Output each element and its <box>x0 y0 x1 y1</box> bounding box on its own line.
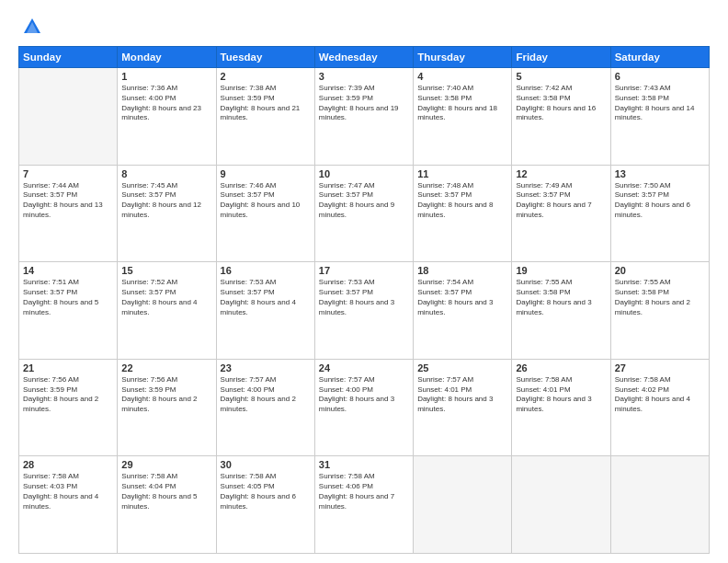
calendar-cell: 29Sunrise: 7:58 AMSunset: 4:04 PMDayligh… <box>118 456 216 554</box>
calendar-cell: 17Sunrise: 7:53 AMSunset: 3:57 PMDayligh… <box>314 262 413 360</box>
cell-info: Sunrise: 7:46 AMSunset: 3:57 PMDaylight:… <box>221 181 311 221</box>
day-number: 30 <box>221 459 311 470</box>
day-number: 26 <box>516 362 606 373</box>
day-number: 28 <box>23 459 113 470</box>
cell-info: Sunrise: 7:58 AMSunset: 4:01 PMDaylight:… <box>516 375 606 415</box>
weekday-header-row: SundayMondayTuesdayWednesdayThursdayFrid… <box>19 47 710 68</box>
day-number: 9 <box>221 168 311 179</box>
weekday-header-sunday: Sunday <box>19 47 118 68</box>
cell-info: Sunrise: 7:55 AMSunset: 3:58 PMDaylight:… <box>615 278 705 317</box>
cell-info: Sunrise: 7:57 AMSunset: 4:00 PMDaylight:… <box>221 375 311 415</box>
day-number: 3 <box>319 71 409 82</box>
cell-info: Sunrise: 7:50 AMSunset: 3:57 PMDaylight:… <box>615 181 705 221</box>
calendar-cell <box>19 68 118 166</box>
cell-info: Sunrise: 7:52 AMSunset: 3:57 PMDaylight:… <box>121 278 211 317</box>
cell-info: Sunrise: 7:55 AMSunset: 3:58 PMDaylight:… <box>516 278 606 317</box>
cell-info: Sunrise: 7:54 AMSunset: 3:57 PMDaylight:… <box>417 278 507 317</box>
cell-info: Sunrise: 7:39 AMSunset: 3:59 PMDaylight:… <box>319 84 409 123</box>
calendar-cell <box>414 456 512 554</box>
cell-info: Sunrise: 7:57 AMSunset: 4:00 PMDaylight:… <box>319 375 409 415</box>
calendar-cell: 30Sunrise: 7:58 AMSunset: 4:05 PMDayligh… <box>216 456 314 554</box>
day-number: 16 <box>221 265 311 276</box>
cell-info: Sunrise: 7:58 AMSunset: 4:05 PMDaylight:… <box>221 472 311 511</box>
calendar-cell: 5Sunrise: 7:42 AMSunset: 3:58 PMDaylight… <box>512 68 610 166</box>
calendar-cell: 20Sunrise: 7:55 AMSunset: 3:58 PMDayligh… <box>610 262 709 360</box>
cell-info: Sunrise: 7:58 AMSunset: 4:03 PMDaylight:… <box>23 472 113 511</box>
week-row-3: 14Sunrise: 7:51 AMSunset: 3:57 PMDayligh… <box>19 262 710 360</box>
weekday-header-saturday: Saturday <box>610 47 709 68</box>
calendar-cell: 7Sunrise: 7:44 AMSunset: 3:57 PMDaylight… <box>19 165 118 262</box>
calendar-cell: 2Sunrise: 7:38 AMSunset: 3:59 PMDaylight… <box>216 68 314 166</box>
day-number: 6 <box>615 71 705 82</box>
week-row-4: 21Sunrise: 7:56 AMSunset: 3:59 PMDayligh… <box>19 359 710 456</box>
calendar-cell: 15Sunrise: 7:52 AMSunset: 3:57 PMDayligh… <box>118 262 216 360</box>
page: SundayMondayTuesdayWednesdayThursdayFrid… <box>0 0 728 563</box>
calendar-cell: 27Sunrise: 7:58 AMSunset: 4:02 PMDayligh… <box>610 359 709 456</box>
calendar-cell: 16Sunrise: 7:53 AMSunset: 3:57 PMDayligh… <box>216 262 314 360</box>
calendar-cell: 26Sunrise: 7:58 AMSunset: 4:01 PMDayligh… <box>512 359 610 456</box>
calendar-cell: 14Sunrise: 7:51 AMSunset: 3:57 PMDayligh… <box>19 262 118 360</box>
cell-info: Sunrise: 7:58 AMSunset: 4:02 PMDaylight:… <box>615 375 705 415</box>
calendar-cell: 11Sunrise: 7:48 AMSunset: 3:57 PMDayligh… <box>414 165 512 262</box>
calendar-cell: 12Sunrise: 7:49 AMSunset: 3:57 PMDayligh… <box>512 165 610 262</box>
weekday-header-friday: Friday <box>512 47 610 68</box>
day-number: 2 <box>221 71 311 82</box>
week-row-5: 28Sunrise: 7:58 AMSunset: 4:03 PMDayligh… <box>19 456 710 554</box>
day-number: 24 <box>319 362 409 373</box>
day-number: 5 <box>516 71 606 82</box>
cell-info: Sunrise: 7:36 AMSunset: 4:00 PMDaylight:… <box>121 84 211 123</box>
cell-info: Sunrise: 7:56 AMSunset: 3:59 PMDaylight:… <box>121 375 211 415</box>
calendar-cell: 23Sunrise: 7:57 AMSunset: 4:00 PMDayligh… <box>216 359 314 456</box>
week-row-2: 7Sunrise: 7:44 AMSunset: 3:57 PMDaylight… <box>19 165 710 262</box>
weekday-header-monday: Monday <box>118 47 216 68</box>
calendar-cell: 10Sunrise: 7:47 AMSunset: 3:57 PMDayligh… <box>314 165 413 262</box>
cell-info: Sunrise: 7:38 AMSunset: 3:59 PMDaylight:… <box>221 84 311 123</box>
calendar-cell <box>512 456 610 554</box>
calendar-cell <box>610 456 709 554</box>
weekday-header-tuesday: Tuesday <box>216 47 314 68</box>
calendar-cell: 13Sunrise: 7:50 AMSunset: 3:57 PMDayligh… <box>610 165 709 262</box>
day-number: 11 <box>417 168 507 179</box>
calendar-cell: 18Sunrise: 7:54 AMSunset: 3:57 PMDayligh… <box>414 262 512 360</box>
cell-info: Sunrise: 7:45 AMSunset: 3:57 PMDaylight:… <box>121 181 211 221</box>
logo-icon <box>22 17 42 37</box>
day-number: 12 <box>516 168 606 179</box>
day-number: 22 <box>121 362 211 373</box>
day-number: 4 <box>417 71 507 82</box>
cell-info: Sunrise: 7:43 AMSunset: 3:58 PMDaylight:… <box>615 84 705 123</box>
day-number: 29 <box>121 459 211 470</box>
day-number: 25 <box>417 362 507 373</box>
calendar-cell: 9Sunrise: 7:46 AMSunset: 3:57 PMDaylight… <box>216 165 314 262</box>
calendar-cell: 8Sunrise: 7:45 AMSunset: 3:57 PMDaylight… <box>118 165 216 262</box>
calendar-cell: 4Sunrise: 7:40 AMSunset: 3:58 PMDaylight… <box>414 68 512 166</box>
day-number: 17 <box>319 265 409 276</box>
calendar-cell: 31Sunrise: 7:58 AMSunset: 4:06 PMDayligh… <box>314 456 413 554</box>
header <box>18 17 710 37</box>
cell-info: Sunrise: 7:57 AMSunset: 4:01 PMDaylight:… <box>417 375 507 415</box>
day-number: 23 <box>221 362 311 373</box>
day-number: 15 <box>121 265 211 276</box>
cell-info: Sunrise: 7:53 AMSunset: 3:57 PMDaylight:… <box>319 278 409 317</box>
logo <box>18 17 42 37</box>
day-number: 7 <box>23 168 113 179</box>
calendar-cell: 19Sunrise: 7:55 AMSunset: 3:58 PMDayligh… <box>512 262 610 360</box>
calendar-cell: 21Sunrise: 7:56 AMSunset: 3:59 PMDayligh… <box>19 359 118 456</box>
cell-info: Sunrise: 7:42 AMSunset: 3:58 PMDaylight:… <box>516 84 606 123</box>
cell-info: Sunrise: 7:58 AMSunset: 4:06 PMDaylight:… <box>319 472 409 511</box>
calendar-cell: 22Sunrise: 7:56 AMSunset: 3:59 PMDayligh… <box>118 359 216 456</box>
cell-info: Sunrise: 7:51 AMSunset: 3:57 PMDaylight:… <box>23 278 113 317</box>
day-number: 27 <box>615 362 705 373</box>
cell-info: Sunrise: 7:58 AMSunset: 4:04 PMDaylight:… <box>121 472 211 511</box>
cell-info: Sunrise: 7:56 AMSunset: 3:59 PMDaylight:… <box>23 375 113 415</box>
weekday-header-wednesday: Wednesday <box>314 47 413 68</box>
calendar-cell: 3Sunrise: 7:39 AMSunset: 3:59 PMDaylight… <box>314 68 413 166</box>
day-number: 10 <box>319 168 409 179</box>
day-number: 1 <box>121 71 211 82</box>
calendar-cell: 25Sunrise: 7:57 AMSunset: 4:01 PMDayligh… <box>414 359 512 456</box>
cell-info: Sunrise: 7:40 AMSunset: 3:58 PMDaylight:… <box>417 84 507 123</box>
cell-info: Sunrise: 7:44 AMSunset: 3:57 PMDaylight:… <box>23 181 113 221</box>
calendar-cell: 1Sunrise: 7:36 AMSunset: 4:00 PMDaylight… <box>118 68 216 166</box>
day-number: 8 <box>121 168 211 179</box>
day-number: 14 <box>23 265 113 276</box>
calendar-cell: 6Sunrise: 7:43 AMSunset: 3:58 PMDaylight… <box>610 68 709 166</box>
